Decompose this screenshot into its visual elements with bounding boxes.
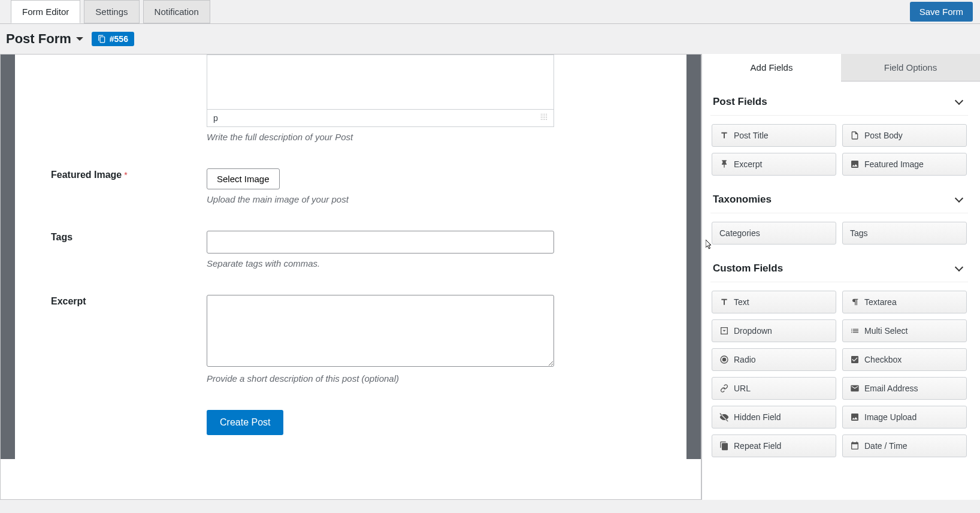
tags-input[interactable] xyxy=(207,231,554,254)
field-date-time[interactable]: Date / Time xyxy=(842,434,967,457)
image-icon xyxy=(850,159,860,169)
form-title-text: Post Form xyxy=(6,31,71,47)
excerpt-textarea[interactable] xyxy=(207,295,554,367)
field-text[interactable]: Text xyxy=(712,291,836,313)
section-custom-fields[interactable]: Custom Fields xyxy=(710,256,968,282)
resize-handle-icon[interactable] xyxy=(540,113,548,120)
eye-off-icon xyxy=(719,412,729,422)
required-star-icon: * xyxy=(124,170,127,180)
text-icon xyxy=(719,297,729,307)
radio-icon xyxy=(719,355,729,364)
create-post-button[interactable]: Create Post xyxy=(207,410,283,435)
paragraph-icon xyxy=(850,297,860,307)
form-id-badge[interactable]: #556 xyxy=(92,32,134,46)
featured-image-help: Upload the main image of your post xyxy=(207,194,554,204)
copy-icon xyxy=(98,35,106,43)
field-image-upload[interactable]: Image Upload xyxy=(842,406,967,428)
document-icon xyxy=(850,131,860,140)
post-body-help: Write the full description of your Post xyxy=(207,132,554,142)
field-multi-select[interactable]: Multi Select xyxy=(842,319,967,342)
pin-icon xyxy=(719,159,729,169)
chevron-down-icon xyxy=(955,194,963,203)
section-taxonomies[interactable]: Taxonomies xyxy=(710,188,968,213)
form-canvas: p Write the full description of your Pos… xyxy=(0,54,701,500)
field-email[interactable]: Email Address xyxy=(842,377,967,400)
field-excerpt[interactable]: Excerpt xyxy=(712,153,836,176)
excerpt-label: Excerpt xyxy=(51,296,86,306)
field-hidden[interactable]: Hidden Field xyxy=(712,406,836,428)
tab-form-editor[interactable]: Form Editor xyxy=(11,0,80,23)
field-url[interactable]: URL xyxy=(712,377,836,400)
field-repeat[interactable]: Repeat Field xyxy=(712,434,836,457)
sidebar-tab-field-options[interactable]: Field Options xyxy=(841,54,980,82)
sidebar: Add Fields Field Options Post Fields Pos… xyxy=(701,54,980,500)
section-title: Post Fields xyxy=(713,96,767,108)
copy-icon xyxy=(719,441,729,451)
email-icon xyxy=(850,384,860,393)
field-textarea[interactable]: Textarea xyxy=(842,291,967,313)
tab-settings[interactable]: Settings xyxy=(84,0,139,23)
tags-help: Separate tags with commas. xyxy=(207,258,554,268)
form-title-dropdown[interactable]: Post Form xyxy=(6,31,83,47)
tags-label: Tags xyxy=(51,232,72,242)
field-checkbox[interactable]: Checkbox xyxy=(842,348,967,371)
dropdown-icon xyxy=(719,326,729,336)
heading-icon xyxy=(719,131,729,140)
chevron-down-icon xyxy=(955,263,963,271)
top-tab-bar: Form Editor Settings Notification Save F… xyxy=(0,0,980,24)
chevron-down-icon xyxy=(955,96,963,105)
list-icon xyxy=(850,326,860,336)
field-categories[interactable]: Categories xyxy=(712,222,836,245)
link-icon xyxy=(719,384,729,393)
field-post-body[interactable]: Post Body xyxy=(842,124,967,147)
checkbox-icon xyxy=(850,355,860,364)
excerpt-help: Provide a short description of this post… xyxy=(207,373,554,384)
select-image-button[interactable]: Select Image xyxy=(207,168,280,189)
tab-notification[interactable]: Notification xyxy=(143,0,210,23)
featured-image-label: Featured Image xyxy=(51,170,122,180)
field-radio[interactable]: Radio xyxy=(712,348,836,371)
image-icon xyxy=(850,412,860,422)
field-featured-image[interactable]: Featured Image xyxy=(842,153,967,176)
chevron-down-icon xyxy=(76,37,83,41)
field-dropdown[interactable]: Dropdown xyxy=(712,319,836,342)
section-title: Custom Fields xyxy=(713,262,783,274)
field-tags[interactable]: Tags xyxy=(842,222,967,245)
editor-element-path: p xyxy=(213,113,218,123)
field-post-title[interactable]: Post Title xyxy=(712,124,836,147)
calendar-icon xyxy=(850,441,860,451)
title-row: Post Form #556 xyxy=(0,24,980,54)
section-post-fields[interactable]: Post Fields xyxy=(710,90,968,116)
form-id-text: #556 xyxy=(110,34,128,44)
save-form-button[interactable]: Save Form xyxy=(910,2,973,22)
post-body-editor[interactable]: p xyxy=(207,55,554,127)
section-title: Taxonomies xyxy=(713,194,772,206)
sidebar-tab-add-fields[interactable]: Add Fields xyxy=(702,54,841,82)
